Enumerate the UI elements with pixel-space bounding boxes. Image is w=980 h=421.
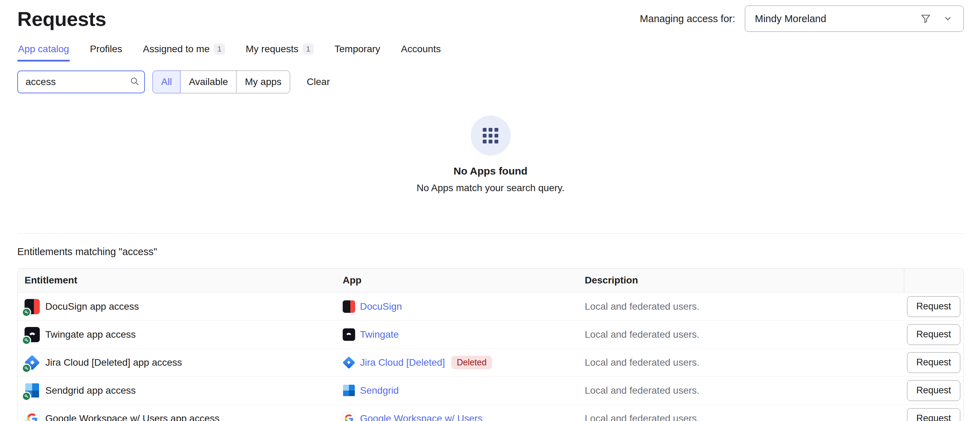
column-app: App [336,268,578,292]
column-entitlement: Entitlement [18,268,336,292]
filter-funnel-icon[interactable] [920,13,932,25]
entitlement-key-icon [22,392,31,401]
request-button[interactable]: Request [907,324,961,345]
google-workspace-app-icon [25,411,40,421]
empty-state-title: No Apps found [454,165,528,177]
apps-grid-icon [471,116,511,156]
request-button[interactable]: Request [907,352,961,373]
managed-user-value: Mindy Moreland [755,13,826,25]
entitlement-key-icon [22,336,31,345]
app-link[interactable]: DocuSign [360,301,402,312]
docusign-app-icon [25,299,40,314]
docusign-app-icon [343,300,355,313]
twingate-app-icon [25,327,40,342]
clear-button[interactable]: Clear [307,76,330,87]
tab-label: Profiles [90,44,122,55]
jira-app-icon [25,355,40,370]
entitlement-description: Local and federated users. [578,404,904,421]
segment-all[interactable]: All [153,70,180,93]
request-button[interactable]: Request [907,408,961,421]
tab-label: Accounts [401,44,441,55]
segment-available[interactable]: Available [180,70,237,93]
search-input[interactable] [17,70,145,93]
deleted-badge: Deleted [451,356,492,369]
entitlement-description: Local and federated users. [578,321,904,348]
tab-profiles[interactable]: Profiles [89,42,123,62]
table-row: Sendgrid app access Sendgrid Local and f… [18,377,963,404]
tab-label: Temporary [334,44,380,55]
tab-label: Assigned to me [143,44,210,55]
tab-count-badge: 1 [214,44,225,55]
table-row: Jira Cloud [Deleted] app access Jira Clo… [18,348,963,377]
app-link[interactable]: Google Workspace w/ Users [360,413,482,421]
entitlements-table: Entitlement App Description DocuSign app… [17,268,964,421]
tab-assigned-to-me[interactable]: Assigned to me 1 [142,42,226,62]
jira-app-icon [343,356,355,369]
sendgrid-app-icon [25,383,40,398]
requests-page: Requests Managing access for: Mindy More… [0,0,980,421]
segment-my-apps[interactable]: My apps [236,70,290,93]
sendgrid-app-icon [343,384,355,397]
column-description: Description [578,268,904,292]
entitlement-name: Sendgrid app access [45,385,136,396]
tab-temporary[interactable]: Temporary [334,42,381,62]
entitlement-name: Jira Cloud [Deleted] app access [45,357,182,368]
tab-my-requests[interactable]: My requests 1 [245,42,315,62]
column-actions [904,268,963,292]
tab-count-badge: 1 [302,44,313,55]
table-row: Google Workspace w/ Users app access Goo… [18,404,963,421]
managing-access-label: Managing access for: [640,13,735,25]
entitlement-name: Twingate app access [45,329,136,340]
request-button[interactable]: Request [907,380,961,401]
tab-bar: App catalog Profiles Assigned to me 1 My… [17,42,964,62]
empty-state: No Apps found No Apps match your search … [17,116,964,194]
search-icon [130,76,139,87]
app-link[interactable]: Jira Cloud [Deleted] [360,357,445,368]
section-divider [17,233,964,234]
app-link[interactable]: Twingate [360,329,399,340]
entitlements-heading: Entitlements matching "access" [17,246,964,258]
app-link[interactable]: Sendgrid [360,385,399,396]
entitlement-description: Local and federated users. [578,377,904,404]
entitlement-name: Google Workspace w/ Users app access [45,413,220,421]
empty-state-subtitle: No Apps match your search query. [417,183,564,194]
top-bar: Requests Managing access for: Mindy More… [17,5,964,32]
tab-app-catalog[interactable]: App catalog [17,42,70,62]
managing-access-group: Managing access for: Mindy Moreland [640,6,964,32]
entitlement-name: DocuSign app access [45,301,139,312]
page-title: Requests [17,7,106,30]
entitlement-description: Local and federated users. [578,348,904,377]
chevron-down-icon[interactable] [943,14,952,23]
tab-accounts[interactable]: Accounts [401,42,442,62]
entitlement-key-icon [22,364,31,373]
filter-row: All Available My apps Clear [17,70,964,93]
search-box [17,70,145,93]
table-row: Twingate app access Twingate Local and f… [18,321,963,348]
table-row: DocuSign app access DocuSign Local and f… [18,292,963,321]
google-workspace-app-icon [343,412,355,421]
entitlement-description: Local and federated users. [578,292,904,321]
request-button[interactable]: Request [907,296,961,317]
tab-label: My requests [246,44,299,55]
table-header-row: Entitlement App Description [18,268,963,292]
entitlement-key-icon [22,308,31,317]
tab-label: App catalog [18,44,69,55]
twingate-app-icon [343,328,355,341]
scope-segmented-control: All Available My apps [153,70,290,93]
managed-user-select[interactable]: Mindy Moreland [745,6,964,32]
